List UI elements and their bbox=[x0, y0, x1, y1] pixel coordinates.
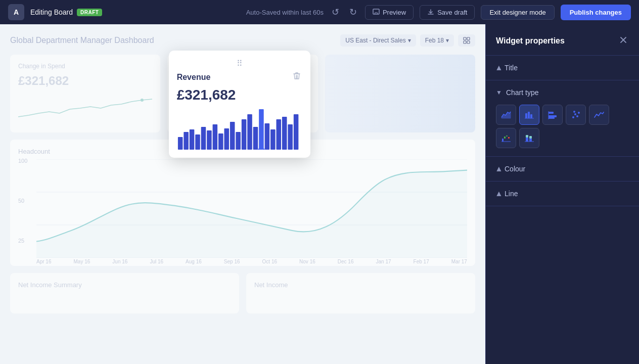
svg-rect-9 bbox=[189, 129, 194, 150]
x-label-aug16: Aug 16 bbox=[186, 259, 202, 264]
revenue-popup[interactable]: ⠿ Revenue £321,682 bbox=[169, 51, 310, 158]
exit-designer-button[interactable]: Exit designer mode bbox=[481, 5, 554, 20]
chart-type-bar-button[interactable] bbox=[542, 105, 563, 125]
y-label-25: 25 bbox=[18, 238, 27, 244]
drag-handle: ⠿ bbox=[177, 59, 302, 68]
x-label-oct16: Oct 16 bbox=[262, 259, 277, 264]
svg-rect-4 bbox=[467, 41, 470, 43]
publish-button[interactable]: Publish changes bbox=[561, 5, 631, 20]
panel-section-chart-type-header[interactable]: ▼ Chart type bbox=[486, 80, 639, 105]
editing-board-text: Editing Board bbox=[30, 8, 73, 16]
svg-rect-8 bbox=[184, 132, 189, 150]
svg-rect-41 bbox=[549, 117, 555, 119]
x-label-dec16: Dec 16 bbox=[338, 259, 354, 264]
autosaved-text: Auto-Saved within last 60s bbox=[246, 9, 324, 16]
expand-button[interactable] bbox=[458, 34, 475, 47]
bottom-row: Net Income Summary Net Income bbox=[10, 273, 475, 313]
svg-rect-14 bbox=[218, 133, 223, 150]
kpi-card-3[interactable] bbox=[325, 55, 475, 132]
chevron-down-icon: ▾ bbox=[446, 37, 449, 44]
close-panel-button[interactable] bbox=[618, 34, 629, 47]
panel-section-line-header[interactable]: ▶ Line bbox=[486, 181, 639, 206]
draft-badge: DRAFT bbox=[77, 9, 102, 16]
chart-type-waterfall-button[interactable] bbox=[496, 128, 516, 148]
svg-rect-37 bbox=[530, 114, 532, 118]
y-label-100: 100 bbox=[18, 158, 27, 164]
waterfall-chart-icon bbox=[500, 132, 512, 144]
svg-rect-12 bbox=[207, 130, 212, 150]
svg-rect-55 bbox=[529, 139, 532, 142]
date-filter[interactable]: Feb 18 ▾ bbox=[420, 34, 454, 47]
svg-rect-28 bbox=[258, 149, 264, 150]
svg-rect-49 bbox=[504, 136, 506, 139]
panel-section-colour-header[interactable]: ▶ Colour bbox=[486, 157, 639, 181]
dashboard-area: Global Department Manager Dashboard US E… bbox=[0, 24, 485, 364]
chart-type-stacked-bar-button[interactable] bbox=[519, 128, 539, 148]
close-icon bbox=[619, 35, 628, 44]
delete-icon bbox=[292, 71, 301, 80]
svg-rect-15 bbox=[224, 128, 229, 150]
undo-button[interactable]: ↺ bbox=[330, 5, 341, 20]
x-label-nov16: Nov 16 bbox=[299, 259, 315, 264]
chart-type-scatter-button[interactable] bbox=[566, 105, 586, 125]
svg-rect-10 bbox=[195, 134, 200, 150]
svg-rect-35 bbox=[525, 113, 527, 118]
chart-type-line-button[interactable] bbox=[589, 105, 609, 125]
headcount-chart bbox=[36, 159, 467, 258]
save-draft-button[interactable]: Save draft bbox=[420, 5, 475, 20]
x-labels: Apr 16 May 16 Jun 16 Jul 16 Aug 16 Sep 1… bbox=[18, 258, 467, 264]
svg-rect-25 bbox=[282, 117, 287, 150]
x-label-apr16: Apr 16 bbox=[36, 259, 51, 264]
save-draft-icon bbox=[427, 9, 434, 16]
x-label-jun16: Jun 16 bbox=[112, 259, 127, 264]
chart-type-area-button[interactable] bbox=[496, 105, 516, 125]
preview-button[interactable]: Preview bbox=[365, 5, 414, 20]
svg-rect-21 bbox=[259, 109, 264, 150]
svg-rect-16 bbox=[230, 122, 235, 150]
chevron-right-icon-2: ▶ bbox=[495, 167, 502, 171]
popup-header: Revenue bbox=[177, 70, 302, 84]
expand-icon bbox=[463, 37, 470, 44]
svg-rect-20 bbox=[253, 127, 258, 150]
svg-point-45 bbox=[576, 115, 578, 117]
svg-rect-53 bbox=[526, 138, 528, 142]
panel-section-chart-type: ▼ Chart type bbox=[486, 80, 639, 157]
chart-type-grid bbox=[486, 105, 639, 156]
chevron-right-icon: ▶ bbox=[495, 66, 502, 70]
region-filter[interactable]: US East - Direct Sales ▾ bbox=[340, 34, 416, 47]
net-income-summary-card[interactable]: Net Income Summary bbox=[10, 273, 239, 313]
y-label-50: 50 bbox=[18, 198, 27, 204]
svg-rect-3 bbox=[464, 41, 466, 43]
panel-section-title-header[interactable]: ▶ Title bbox=[486, 56, 639, 80]
logo: A bbox=[8, 4, 24, 20]
chevron-right-icon-3: ▶ bbox=[495, 192, 502, 196]
chevron-down-icon: ▼ bbox=[496, 89, 502, 96]
panel-header: Widget properties bbox=[486, 24, 639, 56]
net-income-summary-title: Net Income Summary bbox=[18, 281, 231, 289]
svg-rect-40 bbox=[549, 112, 554, 114]
chart-type-grouped-bar-button[interactable] bbox=[519, 105, 539, 125]
x-label-mar17: Mar 17 bbox=[451, 259, 467, 264]
title-section-label: Title bbox=[505, 64, 518, 72]
svg-point-47 bbox=[573, 111, 575, 113]
svg-rect-11 bbox=[201, 127, 206, 150]
svg-rect-19 bbox=[247, 114, 252, 150]
svg-rect-22 bbox=[264, 123, 269, 150]
kpi-card-1[interactable]: Change in Spend £321,682 bbox=[10, 55, 160, 132]
svg-rect-27 bbox=[293, 114, 298, 150]
x-label-sep16: Sep 16 bbox=[224, 259, 240, 264]
kpi-label-1: Change in Spend bbox=[18, 63, 152, 70]
line-chart-icon bbox=[594, 109, 605, 120]
net-income-card[interactable]: Net Income bbox=[246, 273, 475, 313]
redo-button[interactable]: ↻ bbox=[347, 5, 359, 20]
delete-widget-button[interactable] bbox=[291, 70, 302, 84]
x-label-jul16: Jul 16 bbox=[150, 259, 163, 264]
panel-section-title: ▶ Title bbox=[486, 56, 639, 80]
svg-rect-56 bbox=[529, 136, 532, 139]
svg-rect-13 bbox=[212, 124, 217, 150]
svg-rect-39 bbox=[549, 115, 557, 117]
svg-rect-7 bbox=[178, 137, 183, 150]
preview-icon bbox=[373, 9, 380, 16]
x-label-feb17: Feb 17 bbox=[414, 259, 429, 264]
x-label-may16: May 16 bbox=[74, 259, 90, 264]
